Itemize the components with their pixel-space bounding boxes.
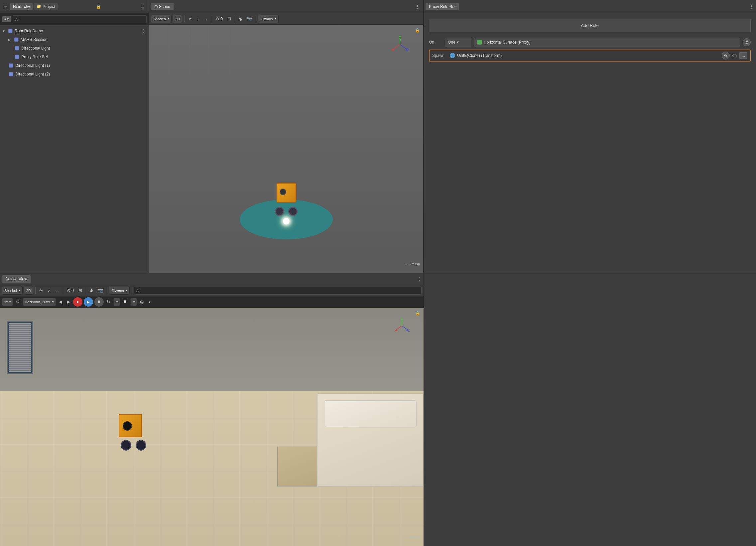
directional-light-icon [14,45,20,51]
hamburger-icon[interactable]: ☰ [2,3,9,10]
device-gizmos-dropdown[interactable]: Gizmos ▾ [109,287,129,295]
tab-device-view[interactable]: Device View [2,275,31,283]
hierarchy-search-input[interactable] [13,15,147,23]
root-label: RoboRuleDemo [15,29,43,33]
camera-icon-btn[interactable]: 📷 [245,15,254,23]
next-env-button[interactable]: ▶ [65,298,72,306]
tree-item-directional-light[interactable]: Directional Light [0,44,149,53]
play-button[interactable]: ▶ [84,297,93,307]
proxy-tab-label: Proxy Rule Set [429,4,455,9]
device-2d-button[interactable]: 2D [24,287,33,295]
tree-item-proxy-rule-set[interactable]: Proxy Rule Set [0,53,149,61]
device-audio-icon-btn[interactable]: ♪ [46,286,52,295]
gizmo-svg: Y X Z [390,35,410,55]
env-chevron-icon: ▾ [52,300,54,303]
spawn-more-button[interactable]: ... [739,52,747,59]
device-options-button[interactable]: ⋮ [417,276,422,282]
move-icon-btn[interactable]: ↔ [202,15,210,23]
mars-cube-icon [13,37,19,43]
scene-background: Y X Z 🔒 ← Persp [149,25,423,273]
gizmos-label: Gizmos [260,17,273,21]
light-icon-btn[interactable]: ☀ [187,15,194,23]
tab-project[interactable]: 📁 Project [34,3,58,10]
tree-item-root[interactable]: ▼ RoboRuleDemo ⋮ [0,27,149,35]
hidden-icon-btn[interactable]: ⊘ 0 [214,15,225,23]
environment-label: Bedroom_20ftx [25,300,50,304]
device-vr-icon-btn[interactable]: ◈ [88,286,95,295]
pause-button[interactable]: ⏸ [94,297,104,307]
on-label: On [429,40,442,45]
device-hidden-icon-btn[interactable]: ⊘ 0 [65,286,76,295]
shading-dropdown[interactable]: Shaded ▾ [151,15,172,23]
light-burst [283,218,290,224]
svg-rect-1 [14,38,18,42]
prev-env-button[interactable]: ◀ [57,298,64,306]
wheel-left [275,207,284,216]
tree-item-mars-session[interactable]: ▶ MARS Session [0,35,149,44]
condition-type-value: One [448,40,455,45]
vis-chevron-icon: ▾ [133,300,135,303]
2d-button[interactable]: 2D [173,15,182,23]
scene-grid-svg [149,25,249,74]
device-settings-icon-btn[interactable]: ⚙ [14,298,22,306]
device-light-icon-btn[interactable]: ☀ [38,286,45,295]
spawn-icon [450,53,455,58]
hierarchy-options-button[interactable]: ⋮ [139,3,147,10]
visibility-button[interactable]: 👁 [121,298,129,306]
add-hierarchy-button[interactable]: + ▾ [2,16,11,22]
device-shading-label: Shaded [4,289,17,293]
project-tab-label: Project [43,4,55,9]
refresh-button[interactable]: ↻ [105,298,112,306]
nav-arrow-button[interactable]: ⬧ [147,298,153,306]
device-viewport: Y X Z 🔒 ← Persp [0,308,424,546]
tab-scene[interactable]: ⬡ Scene [151,3,174,10]
wheel-b-left [121,440,131,451]
add-rule-button[interactable]: Add Rule [429,19,751,32]
device-camera-icon-btn[interactable]: 📷 [96,286,105,295]
device-search-input[interactable] [134,287,422,295]
tree-item-directional-light-1[interactable]: Directional Light (1) [0,61,149,70]
spawn-select-button[interactable]: ⊙ [722,52,730,60]
scene-icon: ⬡ [154,4,158,9]
nightstand [277,447,317,486]
audio-icon-btn[interactable]: ♪ [195,15,201,23]
device-tab-bar: Device View ⋮ [0,273,424,285]
grid-icon-btn[interactable]: ⊞ [226,15,233,23]
robot-scene [273,183,300,216]
spawn-row: Spawn UnitE(Clone) (Transform) ⊙ on ... [429,50,751,62]
proxy-content: Add Rule On One ▾ Horizontal Surface (Pr… [424,13,756,273]
device-gizmos-label: Gizmos [111,289,124,293]
mars-arrow-icon: ▶ [8,38,13,42]
proxy-options-button[interactable]: ⋮ [749,4,754,9]
condition-type-dropdown[interactable]: One ▾ [445,38,471,47]
vr-icon-btn[interactable]: ◈ [237,15,244,23]
condition-select-button[interactable]: ⊙ [743,38,751,46]
device-divider-5 [132,287,132,294]
device-move-icon-btn[interactable]: ↔ [53,286,61,295]
scene-options-button[interactable]: ⋮ [414,3,421,10]
root-kebab-button[interactable]: ⋮ [141,28,147,34]
tree-item-directional-light-2[interactable]: Directional Light (2) [0,70,149,78]
gizmos-dropdown[interactable]: Gizmos ▾ [258,15,278,23]
environment-dropdown[interactable]: Bedroom_20ftx ▾ [23,298,56,306]
svg-rect-5 [9,72,13,76]
visibility-dropdown[interactable]: ▾ [130,298,137,306]
vr-eyes-dropdown[interactable]: 👁 ▾ [2,298,13,306]
tab-hierarchy[interactable]: Hierarchy [10,3,33,10]
mars-session-label: MARS Session [21,37,48,42]
bottom-right-panel [424,273,756,546]
bedroom-scene: Y X Z 🔒 ← Persp [0,308,424,546]
hierarchy-tab-bar: ☰ Hierarchy 📁 Project 🔒 ⋮ [0,0,149,13]
record-button[interactable]: ● [73,297,82,307]
lock-icon: 🔒 [96,4,101,9]
nav-circle-button[interactable]: ◎ [138,298,145,306]
svg-rect-6 [149,25,249,74]
robot-body-bedroom [119,414,142,437]
bed-mattress [317,393,424,486]
tab-proxy-rule-set[interactable]: Proxy Rule Set [426,3,459,10]
directional-light-2-label: Directional Light (2) [15,72,50,76]
search-bar: + ▾ [0,13,149,25]
device-grid-icon-btn[interactable]: ⊞ [77,286,84,295]
device-shading-dropdown[interactable]: Shaded ▾ [2,287,23,295]
refresh-dropdown[interactable]: ▾ [113,298,120,306]
